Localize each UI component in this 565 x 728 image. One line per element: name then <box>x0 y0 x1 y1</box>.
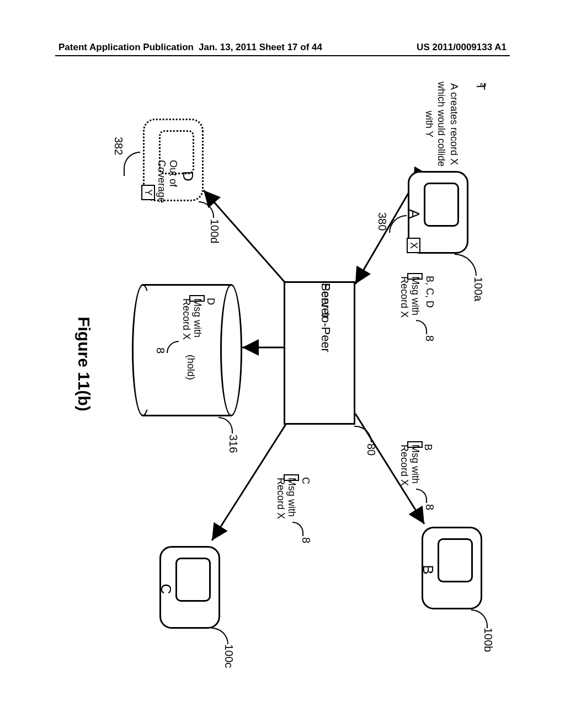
note-a-creates-x: A creates record X which would collide w… <box>423 77 461 171</box>
header-mid: Jan. 13, 2011 Sheet 17 of 44 <box>199 42 322 53</box>
rotated-figure: T2 A creates record X which would collid… <box>44 66 521 662</box>
svg-line-0 <box>355 185 413 284</box>
device-a-screen <box>424 183 459 227</box>
msg-to-d: Msg with Record X <box>189 295 205 302</box>
msg-d-priority: 8 <box>154 347 167 354</box>
msg-a-priority: 8 <box>423 335 436 341</box>
server-line2: Server <box>318 283 333 319</box>
ref-380: 380 <box>376 212 388 231</box>
device-b: B <box>422 527 482 609</box>
page-header: Patent Application Publication Jan. 13, … <box>0 42 565 53</box>
db-side-left <box>143 284 231 286</box>
msg-b-dest: B <box>422 444 434 451</box>
device-d-status2: Coverage <box>156 160 167 203</box>
ref-100c: 100c <box>222 644 235 668</box>
header-left: Patent Application Publication <box>58 42 194 53</box>
db-top-ellipse <box>220 284 242 416</box>
db-bottom-ellipse <box>132 284 154 416</box>
device-d-label: D <box>179 171 196 181</box>
device-b-screen <box>438 538 473 582</box>
device-d-status: Out of Coverage <box>167 119 179 201</box>
msg-a-dest: B, C, D <box>424 276 435 308</box>
ref-316: 316 <box>227 435 239 453</box>
msg-to-d-l2: Record X <box>180 298 191 340</box>
header-rule <box>55 55 510 56</box>
device-d-status1: Out of <box>167 160 179 187</box>
timestep-sub: 2 <box>479 83 488 87</box>
device-c-screen <box>175 558 211 602</box>
msg-to-b-l1: Msg with <box>409 445 420 484</box>
msg-to-c-l1: Msg with <box>286 478 297 517</box>
msg-d-hold: (hold) <box>185 355 196 380</box>
msg-to-b-l2: Record X <box>398 445 409 486</box>
device-d-record-box: Y <box>141 185 155 200</box>
figure-canvas: T2 A creates record X which would collid… <box>44 66 521 662</box>
msg-d-dest: D <box>205 298 216 305</box>
msg-from-a: Msg with Record X <box>407 273 423 280</box>
msg-to-d-l1: Msg with <box>191 298 202 338</box>
msg-from-a-l2: Record X <box>398 276 409 318</box>
device-c: C <box>159 546 220 629</box>
msg-b-priority: 8 <box>423 504 436 510</box>
ref-100b: 100b <box>482 628 494 652</box>
msg-to-c-l2: Record X <box>275 478 286 519</box>
ref-382: 382 <box>112 137 125 155</box>
db-side-right <box>143 415 231 416</box>
device-c-label: C <box>157 548 174 630</box>
msg-c-priority: 8 <box>300 537 312 543</box>
header-right: US 2011/0009133 A1 <box>417 42 507 53</box>
ref-80: 80 <box>365 443 377 456</box>
device-b-label: B <box>419 528 436 611</box>
device-a-record-box: X <box>407 238 420 253</box>
msg-to-c: Msg with Record X <box>284 474 299 481</box>
figure-caption: Figure 11(b) <box>74 66 93 662</box>
msg-from-a-l1: Msg with <box>409 276 420 315</box>
msg-c-dest: C <box>300 477 311 484</box>
ref-100d: 100d <box>208 219 221 244</box>
msg-to-b: Msg with Record X <box>407 441 423 448</box>
ref-100a: 100a <box>472 277 484 302</box>
peer-server: Peer-to-Peer Server <box>284 281 355 425</box>
